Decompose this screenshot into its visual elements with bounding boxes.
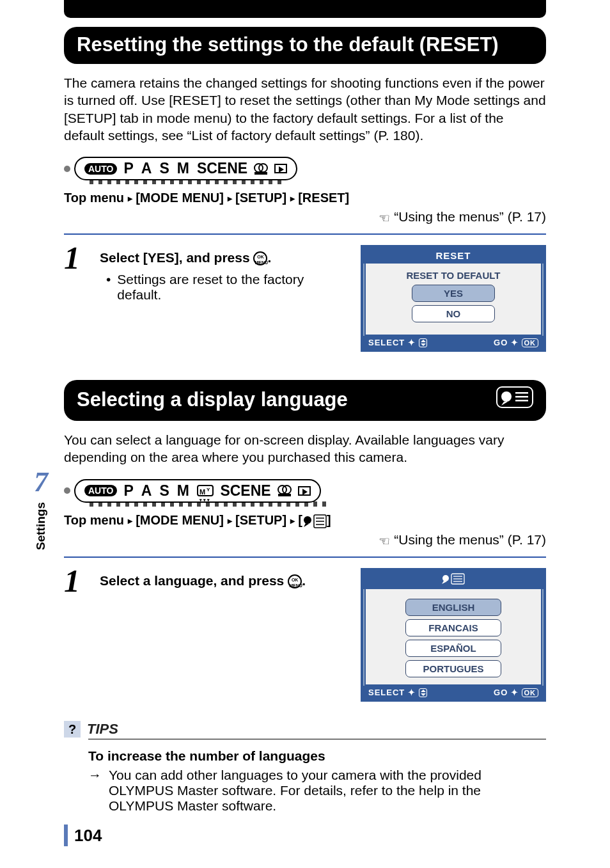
ok-box-icon: OK	[522, 688, 539, 697]
chapter-label: Settings	[34, 502, 48, 550]
section2-ref: ☞ “Using the menus” (P. 17)	[64, 532, 546, 549]
mode-m: M	[177, 482, 191, 500]
divider	[64, 233, 546, 235]
svg-rect-3	[515, 396, 528, 398]
question-mark-icon: ?	[64, 721, 81, 738]
reset-no-button[interactable]: NO	[412, 305, 495, 322]
mode-m: M	[177, 160, 191, 177]
path-arrow-icon: ▸	[228, 193, 232, 203]
step-body: Select [YES], and press OKMENU. • Settin…	[100, 245, 348, 303]
mode-pill: AUTO P A S M MY▾▾▾ SCENE	[74, 479, 321, 503]
path-arrow-icon: ▸	[290, 516, 295, 526]
mode-a: A	[141, 482, 153, 500]
svg-rect-4	[515, 400, 528, 402]
my-mode-icon: MY▾▾▾	[197, 485, 214, 496]
path-topmenu: Top menu	[64, 191, 124, 205]
lang-english-button[interactable]: ENGLISH	[405, 599, 501, 616]
lang-portugues-button[interactable]: PORTUGUES	[405, 660, 501, 677]
section1-menu-path: Top menu ▸ [MODE MENU] ▸ [SETUP] ▸ [RESE…	[64, 191, 546, 205]
pointing-hand-icon: ☞	[379, 210, 390, 226]
movie-mode-icon	[278, 485, 292, 496]
footer-go: GO ✦ OK	[494, 338, 538, 347]
reset-screen: RESET RESET TO DEFAULT YES NO SELECT ✦ G…	[361, 245, 546, 352]
section2-menu-path: Top menu ▸ [MODE MENU] ▸ [SETUP] ▸ []	[64, 513, 546, 528]
step2-title-a: Select a language, and press	[100, 573, 288, 588]
section1-heading: Resetting the settings to the default (R…	[64, 27, 546, 64]
reset-screen-footer: SELECT ✦ GO ✦ OK	[363, 336, 544, 349]
mode-dot-icon	[64, 166, 70, 172]
footer-select: SELECT ✦	[368, 688, 427, 697]
section1-ref: ☞ “Using the menus” (P. 17)	[64, 209, 546, 226]
updown-nav-icon	[419, 338, 427, 347]
section2-ref-text: “Using the menus” (P. 17)	[394, 532, 546, 547]
page-number: 104	[74, 826, 102, 846]
path-bracket-close: ]	[327, 513, 331, 527]
mode-scene: SCENE	[197, 160, 247, 177]
step1-title-a: Select [YES], and press	[100, 250, 253, 265]
language-menu-item-icon	[302, 514, 327, 528]
section1-ref-text: “Using the menus” (P. 17)	[394, 209, 546, 224]
tips-divider	[88, 739, 546, 739]
chapter-number: 7	[26, 466, 56, 498]
diamond-arrow-icon: ✦	[511, 338, 519, 347]
section1-heading-text: Resetting the settings to the default (R…	[77, 33, 499, 56]
diamond-arrow-icon: ✦	[511, 688, 519, 697]
step-number: 1	[64, 245, 90, 271]
footer-select-text: SELECT	[368, 338, 405, 347]
footer-go-text: GO	[494, 338, 508, 347]
step2-title-b: .	[302, 573, 306, 588]
footer-go-text: GO	[494, 688, 508, 697]
footer-select: SELECT ✦	[368, 338, 427, 347]
path-reset: [RESET]	[298, 191, 349, 205]
step1-title: Select [YES], and press OKMENU.	[100, 250, 348, 265]
mode-p: P	[123, 482, 134, 500]
path-topmenu: Top menu	[64, 513, 124, 527]
step1-bullet-text: Settings are reset to the factory defaul…	[117, 272, 348, 303]
diamond-arrow-icon: ✦	[408, 688, 416, 697]
section2-mode-row: AUTO P A S M MY▾▾▾ SCENE	[64, 479, 546, 503]
playback-mode-icon	[298, 486, 311, 496]
mode-scene: SCENE	[220, 482, 270, 500]
path-language: []	[298, 513, 331, 527]
mode-s: S	[159, 160, 170, 177]
tips-text: You can add other languages to your came…	[109, 768, 546, 814]
tips-label: TIPS	[87, 721, 118, 738]
playback-mode-icon	[274, 164, 287, 173]
tips-body: To increase the number of languages → Yo…	[88, 748, 546, 814]
footer-select-text: SELECT	[368, 688, 405, 697]
bullet-dot: •	[106, 272, 111, 303]
mode-pill: AUTO P A S M SCENE	[74, 157, 297, 180]
diamond-arrow-icon: ✦	[408, 338, 416, 347]
right-arrow-icon: →	[88, 768, 104, 814]
section1-intro: The camera retains the changed settings …	[64, 74, 546, 144]
section1-mode-row: AUTO P A S M SCENE	[64, 157, 546, 180]
language-heading-icon	[496, 386, 533, 413]
path-modemenu: [MODE MENU]	[136, 191, 224, 205]
mode-a: A	[141, 160, 153, 177]
language-screen-title	[363, 571, 544, 589]
path-bracket-open: [	[298, 513, 302, 527]
pointing-hand-icon: ☞	[379, 533, 390, 549]
divider	[64, 556, 546, 558]
lang-francais-button[interactable]: FRANCAIS	[405, 619, 501, 636]
language-screen-footer: SELECT ✦ GO ✦ OK	[363, 686, 544, 699]
updown-nav-icon	[419, 688, 427, 697]
ok-box-icon: OK	[522, 338, 539, 347]
ok-menu-button-icon: OKMENU	[253, 251, 267, 265]
path-setup: [SETUP]	[235, 191, 286, 205]
movie-mode-icon	[254, 163, 268, 175]
reset-screen-subtitle: RESET TO DEFAULT	[381, 270, 526, 281]
language-screen: ENGLISH FRANCAIS ESPAÑOL PORTUGUES SELEC…	[361, 568, 546, 702]
mode-p: P	[123, 160, 134, 177]
step-number: 1	[64, 568, 90, 594]
page-footer: 104	[64, 825, 102, 846]
lang-espanol-button[interactable]: ESPAÑOL	[405, 640, 501, 657]
mode-auto-icon: AUTO	[84, 163, 117, 175]
section2-intro: You can select a language for on-screen …	[64, 431, 546, 466]
path-arrow-icon: ▸	[290, 193, 295, 203]
mode-dot-icon	[64, 487, 70, 494]
tips-header: ? TIPS	[64, 721, 546, 738]
tips-bold: To increase the number of languages	[88, 748, 546, 764]
footer-bar-icon	[64, 825, 68, 846]
reset-yes-button[interactable]: YES	[412, 285, 495, 302]
